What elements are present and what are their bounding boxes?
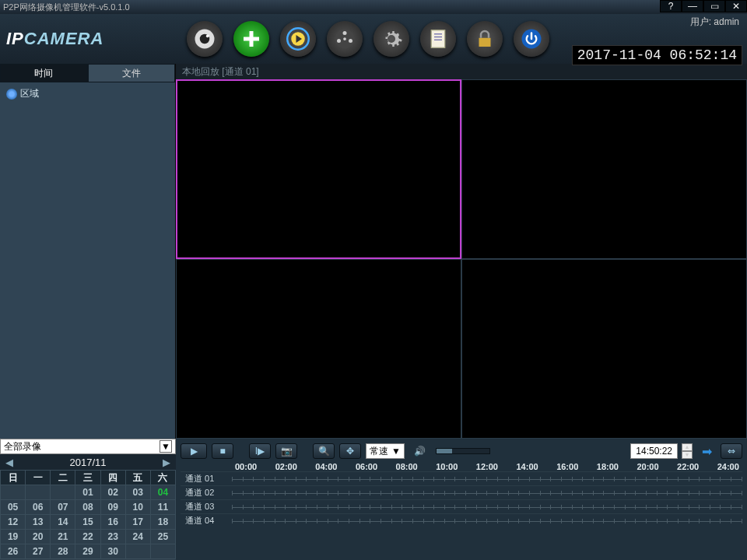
cal-day[interactable]: 26 bbox=[1, 544, 26, 559]
cal-day[interactable]: 28 bbox=[51, 544, 75, 559]
cal-day[interactable]: 21 bbox=[51, 530, 75, 544]
cal-day[interactable]: 29 bbox=[75, 544, 100, 559]
channel-row[interactable]: 通道 04 bbox=[181, 513, 742, 527]
time-tick: 24:00 bbox=[717, 462, 739, 471]
zoom-button[interactable]: 🔍 bbox=[313, 443, 335, 459]
video-cell-4[interactable] bbox=[461, 259, 747, 439]
play-button[interactable]: ▶ bbox=[181, 443, 207, 459]
cal-day[interactable]: 09 bbox=[100, 500, 125, 515]
cal-next-button[interactable]: ▶ bbox=[160, 456, 173, 468]
camera-small-icon: 📷 bbox=[281, 446, 293, 457]
cal-day[interactable]: 11 bbox=[150, 500, 175, 515]
cal-day[interactable]: 13 bbox=[26, 515, 51, 530]
cal-day[interactable]: 19 bbox=[1, 530, 26, 544]
video-cell-3[interactable] bbox=[176, 259, 461, 439]
settings-icon[interactable] bbox=[374, 21, 409, 57]
speed-select[interactable]: 常速▼ bbox=[366, 443, 405, 459]
cal-day[interactable]: 23 bbox=[100, 530, 125, 544]
svg-point-2 bbox=[206, 34, 209, 37]
cal-day bbox=[125, 544, 150, 559]
go-button[interactable]: ➡ bbox=[697, 443, 716, 459]
video-cell-2[interactable] bbox=[461, 79, 747, 259]
time-tick: 18:00 bbox=[597, 462, 619, 471]
cal-day[interactable]: 02 bbox=[100, 485, 125, 500]
maximize-button[interactable]: ▭ bbox=[703, 0, 725, 12]
dropdown-arrow-icon: ▼ bbox=[160, 440, 172, 453]
time-scale: 00:0002:0004:0006:0008:0010:0012:0014:00… bbox=[181, 462, 742, 471]
timeline-panel: ▶ ■ I▶ 📷 🔍 ✥ 常速▼ 🔊 14:50:22 ▲▼ ➡ ⇔ 00:00… bbox=[176, 439, 747, 560]
volume-slider[interactable] bbox=[436, 448, 490, 454]
cal-dow: 三 bbox=[75, 471, 100, 485]
view-title: 本地回放 [通道 01] bbox=[176, 64, 747, 79]
tree-root-label: 区域 bbox=[20, 87, 39, 100]
play-media-icon[interactable] bbox=[280, 21, 316, 57]
tab-file[interactable]: 文件 bbox=[88, 64, 176, 82]
cal-day[interactable]: 07 bbox=[51, 500, 75, 515]
playback-controls: ▶ ■ I▶ 📷 🔍 ✥ 常速▼ 🔊 14:50:22 ▲▼ ➡ ⇔ bbox=[181, 442, 742, 460]
cal-day[interactable]: 30 bbox=[100, 544, 125, 559]
time-tick: 14:00 bbox=[516, 462, 538, 471]
user-label: 用户: admin bbox=[690, 16, 739, 29]
cal-day[interactable]: 22 bbox=[75, 530, 100, 544]
channel-track[interactable] bbox=[232, 474, 742, 484]
cal-day[interactable]: 12 bbox=[1, 515, 26, 530]
lock-icon[interactable] bbox=[467, 21, 503, 57]
time-spinner[interactable]: ▲▼ bbox=[682, 443, 693, 459]
cal-dow: 日 bbox=[1, 471, 26, 485]
expand-button[interactable]: ⇔ bbox=[721, 443, 742, 459]
log-icon[interactable] bbox=[420, 21, 456, 57]
power-icon[interactable] bbox=[514, 21, 549, 57]
record-type-dropdown[interactable]: 全部录像 ▼ bbox=[0, 439, 176, 454]
svg-rect-16 bbox=[479, 38, 491, 47]
channel-track[interactable] bbox=[232, 502, 742, 512]
cal-day[interactable]: 27 bbox=[26, 544, 51, 559]
cal-day[interactable]: 15 bbox=[75, 515, 100, 530]
window-controls: ? — ▭ ✕ bbox=[660, 0, 747, 12]
step-button[interactable]: I▶ bbox=[249, 443, 271, 459]
calendar-grid: 日一二三四五六 01020304050607080910111213141516… bbox=[0, 470, 176, 559]
cal-dow: 二 bbox=[51, 471, 75, 485]
channel-track[interactable] bbox=[232, 516, 742, 526]
snapshot-button[interactable]: 📷 bbox=[275, 443, 297, 459]
help-button[interactable]: ? bbox=[660, 0, 682, 12]
playback-view: 本地回放 [通道 01] bbox=[176, 64, 747, 439]
stop-button[interactable]: ■ bbox=[212, 443, 233, 459]
cal-day[interactable]: 14 bbox=[51, 515, 75, 530]
cal-day bbox=[150, 544, 175, 559]
channel-row[interactable]: 通道 03 bbox=[181, 499, 742, 513]
move-icon: ✥ bbox=[346, 446, 354, 457]
svg-rect-12 bbox=[431, 30, 445, 48]
cal-day bbox=[26, 485, 51, 500]
video-cell-1[interactable] bbox=[176, 79, 461, 259]
channel-row[interactable]: 通道 02 bbox=[181, 485, 742, 499]
time-input[interactable]: 14:50:22 bbox=[630, 443, 678, 459]
cal-day[interactable]: 24 bbox=[125, 530, 150, 544]
cal-day[interactable]: 17 bbox=[125, 515, 150, 530]
minimize-button[interactable]: — bbox=[682, 0, 703, 12]
cal-day[interactable]: 04 bbox=[150, 485, 175, 500]
cal-day[interactable]: 01 bbox=[75, 485, 100, 500]
add-icon[interactable] bbox=[233, 21, 269, 57]
cal-prev-button[interactable]: ◀ bbox=[3, 456, 16, 468]
cal-day[interactable]: 20 bbox=[26, 530, 51, 544]
volume-icon[interactable]: 🔊 bbox=[409, 443, 431, 459]
device-tree[interactable]: 区域 bbox=[0, 82, 175, 439]
svg-rect-4 bbox=[244, 37, 259, 41]
cal-day[interactable]: 25 bbox=[150, 530, 175, 544]
record-reel-icon[interactable] bbox=[327, 21, 363, 57]
main-toolbar: IPCAMERA 用户: admin 2017-11-04 06:52:14 bbox=[0, 14, 747, 64]
cal-day[interactable]: 08 bbox=[75, 500, 100, 515]
channel-track[interactable] bbox=[232, 488, 742, 498]
cal-day[interactable]: 16 bbox=[100, 515, 125, 530]
cal-day[interactable]: 03 bbox=[125, 485, 150, 500]
cal-day[interactable]: 10 bbox=[125, 500, 150, 515]
cal-day[interactable]: 05 bbox=[1, 500, 26, 515]
cal-day[interactable]: 18 bbox=[150, 515, 175, 530]
move-button[interactable]: ✥ bbox=[339, 443, 361, 459]
close-button[interactable]: ✕ bbox=[725, 0, 747, 12]
channel-row[interactable]: 通道 01 bbox=[181, 471, 742, 485]
camera-icon[interactable] bbox=[187, 21, 223, 57]
cal-day[interactable]: 06 bbox=[26, 500, 51, 515]
tab-time[interactable]: 时间 bbox=[0, 64, 88, 82]
tree-root[interactable]: 区域 bbox=[6, 87, 169, 100]
